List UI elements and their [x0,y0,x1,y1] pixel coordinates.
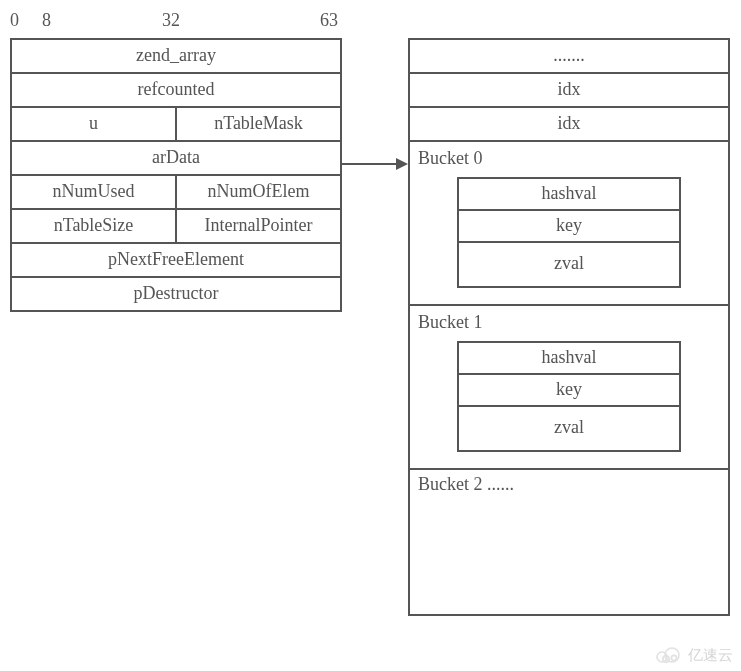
cell-ntablemask: nTableMask [175,108,340,140]
watermark-text: 亿速云 [688,646,733,665]
svg-point-5 [671,655,676,660]
cell-zend-array: zend_array [12,40,340,72]
bucket-1: Bucket 1 hashval key zval [410,306,728,470]
cell-pdestructor: pDestructor [12,278,340,310]
bit-label-32: 32 [162,10,180,31]
bucket-2-title: Bucket 2 ...... [418,474,514,494]
cell-nnumofelem: nNumOfElem [175,176,340,208]
row-ardata: arData [12,142,340,176]
arrow-ardata-to-buckets [340,154,412,174]
bucket-0-zval: zval [459,243,679,288]
row-refcounted: refcounted [12,74,340,108]
bucket-1-hashval: hashval [459,343,679,375]
row-pdestructor: pDestructor [12,278,340,312]
cell-internalpointer: InternalPointer [175,210,340,242]
row-zend-array: zend_array [12,40,340,74]
row-idx-1: idx [410,108,728,142]
watermark: 亿速云 [652,645,733,665]
bucket-0: Bucket 0 hashval key zval [410,142,728,306]
bucket-1-body: hashval key zval [457,341,681,452]
row-header-dots: ....... [410,40,728,74]
bucket-1-title: Bucket 1 [410,310,728,341]
bucket-1-key: key [459,375,679,407]
bucket-0-body: hashval key zval [457,177,681,288]
cell-u: u [12,108,175,140]
bit-label-8: 8 [42,10,51,31]
cell-refcounted: refcounted [12,74,340,106]
bucket-array: ....... idx idx Bucket 0 hashval key zva… [408,38,730,616]
bucket-2-rest: Bucket 2 ...... [410,470,728,616]
row-ntablesize-internalpointer: nTableSize InternalPointer [12,210,340,244]
bucket-0-title: Bucket 0 [410,146,728,177]
row-idx-0: idx [410,74,728,108]
cell-ntablesize: nTableSize [12,210,175,242]
row-pnextfreeelement: pNextFreeElement [12,244,340,278]
cell-ardata: arData [12,142,340,174]
bucket-1-zval: zval [459,407,679,452]
bit-offset-labels: 0 8 32 63 [10,10,342,34]
cell-pnextfreeelement: pNextFreeElement [12,244,340,276]
bucket-0-hashval: hashval [459,179,679,211]
svg-marker-1 [396,158,408,170]
bit-label-0: 0 [10,10,19,31]
row-u-ntablemask: u nTableMask [12,108,340,142]
cloud-icon [652,645,684,665]
row-nnumused-nnumofelem: nNumUsed nNumOfElem [12,176,340,210]
cell-nnumused: nNumUsed [12,176,175,208]
bit-label-63: 63 [320,10,338,31]
zend-array-struct: zend_array refcounted u nTableMask arDat… [10,38,342,312]
bucket-0-key: key [459,211,679,243]
